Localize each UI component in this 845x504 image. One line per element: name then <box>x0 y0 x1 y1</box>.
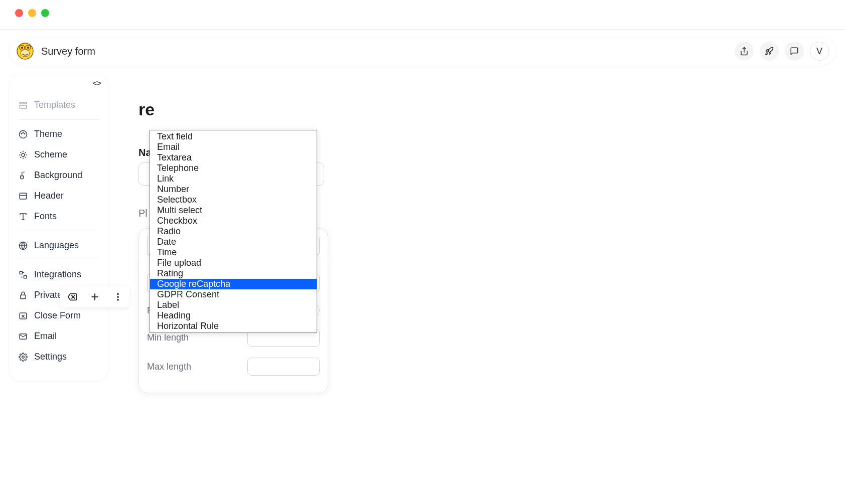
dropdown-option[interactable]: Time <box>150 247 317 258</box>
sidebar-item-label: Theme <box>34 129 62 139</box>
dropdown-option[interactable]: File upload <box>150 258 317 268</box>
separator <box>18 119 99 120</box>
separator <box>18 231 99 231</box>
sidebar-item-theme[interactable]: Theme <box>9 124 108 144</box>
max-length-label: Max length <box>147 362 191 372</box>
dropdown-option[interactable]: Selectbox <box>150 195 317 205</box>
max-length-input[interactable] <box>247 358 320 376</box>
dropdown-option[interactable]: Rating <box>150 268 317 279</box>
svg-line-16 <box>21 152 21 152</box>
more-options-button[interactable] <box>109 288 126 305</box>
svg-point-11 <box>23 132 24 133</box>
svg-rect-7 <box>20 102 27 104</box>
page-title[interactable]: Survey form <box>41 46 95 57</box>
sidebar-item-label: Email <box>34 331 57 342</box>
dropdown-option[interactable]: Textarea <box>150 152 317 163</box>
dropdown-option[interactable]: Link <box>150 174 317 184</box>
svg-rect-22 <box>20 193 27 199</box>
dropdown-option[interactable]: Telephone <box>150 163 317 174</box>
sidebar-item-fonts[interactable]: Fonts <box>9 206 108 227</box>
delete-field-button[interactable] <box>63 288 80 305</box>
svg-point-44 <box>117 299 118 300</box>
dropdown-option[interactable]: Checkbox <box>150 216 317 226</box>
integrations-icon <box>18 270 28 280</box>
svg-rect-8 <box>20 105 27 108</box>
window-minimize-dot[interactable] <box>28 9 36 17</box>
field-type-dropdown[interactable]: Text fieldEmailTextareaTelephoneLinkNumb… <box>150 130 317 333</box>
sidebar-item-label: Scheme <box>34 149 67 160</box>
sidebar-item-label: Header <box>34 191 64 201</box>
svg-point-37 <box>22 356 25 358</box>
dropdown-option[interactable]: Email <box>150 142 317 152</box>
separator <box>18 260 99 260</box>
sidebar-item-label: Settings <box>34 352 67 362</box>
app-logo <box>16 42 34 60</box>
svg-point-3 <box>21 47 23 49</box>
sidebar-item-label: Background <box>34 170 82 181</box>
dropdown-option[interactable]: Radio <box>150 226 317 237</box>
globe-icon <box>18 241 28 251</box>
user-avatar[interactable]: V <box>810 42 829 61</box>
sidebar-item-templates[interactable]: Templates <box>9 95 108 115</box>
dropdown-option[interactable]: Horizontal Rule <box>150 321 317 331</box>
svg-line-21 <box>25 152 26 152</box>
svg-point-43 <box>117 296 118 297</box>
svg-point-13 <box>22 153 25 156</box>
form-heading[interactable]: re <box>138 100 349 119</box>
sidebar-item-scheme[interactable]: Scheme <box>9 144 108 165</box>
close-form-icon <box>18 311 28 321</box>
header-bar: Survey form V <box>9 38 836 65</box>
svg-point-10 <box>21 133 22 134</box>
svg-point-4 <box>27 47 29 49</box>
dropdown-option[interactable]: GDPR Consent <box>150 289 317 300</box>
svg-rect-29 <box>24 275 27 278</box>
sidebar-item-email[interactable]: Email <box>9 326 108 347</box>
window-close-dot[interactable] <box>15 9 23 17</box>
sidebar-item-label: Close Form <box>34 310 81 321</box>
sidebar-item-integrations[interactable]: Integrations <box>9 264 108 285</box>
dropdown-option[interactable]: Number <box>150 184 317 195</box>
sidebar-item-close-form[interactable]: Close Form <box>9 305 108 326</box>
add-field-button[interactable] <box>86 288 103 305</box>
dropdown-option[interactable]: Label <box>150 300 317 310</box>
field-toolbar <box>60 286 129 307</box>
sidebar-item-label: Templates <box>34 100 75 110</box>
palette-icon <box>18 129 28 139</box>
header-icon <box>18 191 28 201</box>
publish-button[interactable] <box>760 42 779 61</box>
svg-point-12 <box>24 133 25 134</box>
svg-line-17 <box>25 157 26 157</box>
mail-icon <box>18 331 28 342</box>
sidebar-item-languages[interactable]: Languages <box>9 235 108 256</box>
svg-line-20 <box>21 157 21 157</box>
gear-icon <box>18 352 28 362</box>
share-button[interactable] <box>735 42 754 61</box>
dropdown-option[interactable]: Heading <box>150 310 317 321</box>
sidebar-item-label: Integrations <box>34 269 81 280</box>
window-zoom-dot[interactable] <box>41 9 49 17</box>
svg-rect-32 <box>21 295 26 299</box>
dropdown-option[interactable]: Text field <box>150 131 317 142</box>
brush-icon <box>18 171 28 181</box>
sidebar-item-settings[interactable]: Settings <box>9 347 108 367</box>
comment-button[interactable] <box>785 42 804 61</box>
dropdown-option[interactable]: Google reCaptcha <box>150 279 317 289</box>
sidebar-item-header[interactable]: Header <box>9 186 108 206</box>
sidebar-item-label: Fonts <box>34 211 57 222</box>
dropdown-option[interactable]: Multi select <box>150 205 317 216</box>
svg-rect-28 <box>20 271 22 274</box>
svg-point-42 <box>117 293 118 294</box>
svg-point-5 <box>21 50 30 57</box>
dropdown-option[interactable]: Date <box>150 237 317 247</box>
templates-icon <box>18 100 28 110</box>
type-icon <box>18 212 28 222</box>
sidebar-item-background[interactable]: Background <box>9 165 108 186</box>
lock-icon <box>18 290 28 300</box>
window-controls <box>0 0 845 30</box>
sidebar: <> Templates Theme Scheme Background Hea… <box>9 74 108 381</box>
min-length-label: Min length <box>147 332 189 343</box>
sidebar-item-label: Languages <box>34 240 79 251</box>
code-toggle-button[interactable]: <> <box>92 79 101 87</box>
sun-icon <box>18 150 28 160</box>
